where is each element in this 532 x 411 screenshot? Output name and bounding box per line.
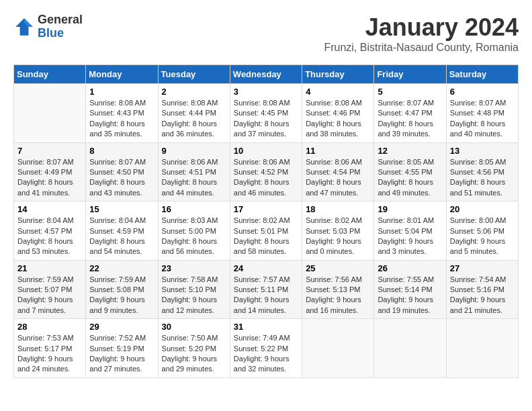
day-number: 28	[17, 322, 82, 332]
calendar-cell: 18Sunrise: 8:02 AMSunset: 5:03 PMDayligh…	[302, 201, 374, 261]
day-number: 9	[162, 146, 226, 156]
day-info: Sunrise: 8:08 AMSunset: 4:45 PMDaylight:…	[234, 98, 298, 140]
calendar-cell: 6Sunrise: 8:07 AMSunset: 4:48 PMDaylight…	[446, 84, 518, 143]
day-number: 18	[306, 204, 370, 214]
calendar-cell	[374, 319, 446, 378]
calendar-week-row: 21Sunrise: 7:59 AMSunset: 5:07 PMDayligh…	[14, 260, 519, 319]
day-info: Sunrise: 8:06 AMSunset: 4:51 PMDaylight:…	[162, 157, 226, 199]
day-number: 4	[306, 87, 370, 97]
calendar-table: SundayMondayTuesdayWednesdayThursdayFrid…	[13, 64, 519, 378]
day-info: Sunrise: 8:01 AMSunset: 5:04 PMDaylight:…	[378, 216, 442, 257]
day-number: 17	[234, 204, 298, 214]
logo-icon	[13, 16, 35, 38]
day-info: Sunrise: 8:06 AMSunset: 4:52 PMDaylight:…	[234, 157, 298, 199]
day-number: 29	[89, 322, 154, 332]
day-info: Sunrise: 7:54 AMSunset: 5:16 PMDaylight:…	[450, 275, 515, 316]
day-number: 23	[162, 263, 226, 273]
calendar-cell	[14, 84, 86, 143]
day-number: 21	[17, 263, 82, 273]
day-info: Sunrise: 8:07 AMSunset: 4:47 PMDaylight:…	[378, 98, 442, 140]
day-info: Sunrise: 7:58 AMSunset: 5:10 PMDaylight:…	[162, 275, 226, 316]
day-info: Sunrise: 8:08 AMSunset: 4:46 PMDaylight:…	[306, 98, 370, 140]
calendar-cell: 8Sunrise: 8:07 AMSunset: 4:50 PMDaylight…	[86, 142, 158, 201]
calendar-week-row: 28Sunrise: 7:53 AMSunset: 5:17 PMDayligh…	[14, 319, 519, 378]
day-number: 14	[17, 204, 82, 214]
calendar-cell: 15Sunrise: 8:04 AMSunset: 4:59 PMDayligh…	[86, 201, 158, 261]
calendar-cell: 10Sunrise: 8:06 AMSunset: 4:52 PMDayligh…	[230, 142, 302, 201]
day-info: Sunrise: 8:02 AMSunset: 5:03 PMDaylight:…	[306, 216, 370, 257]
day-number: 1	[89, 87, 154, 97]
day-info: Sunrise: 8:05 AMSunset: 4:56 PMDaylight:…	[450, 157, 515, 199]
day-info: Sunrise: 8:08 AMSunset: 4:44 PMDaylight:…	[162, 98, 226, 140]
day-number: 2	[162, 87, 226, 97]
day-number: 10	[234, 146, 298, 156]
calendar-cell: 20Sunrise: 8:00 AMSunset: 5:06 PMDayligh…	[446, 201, 518, 261]
day-number: 11	[306, 146, 370, 156]
day-number: 24	[234, 263, 298, 273]
day-info: Sunrise: 8:07 AMSunset: 4:48 PMDaylight:…	[450, 98, 515, 140]
day-number: 31	[234, 322, 298, 332]
day-info: Sunrise: 8:05 AMSunset: 4:55 PMDaylight:…	[378, 157, 442, 199]
calendar-cell: 30Sunrise: 7:50 AMSunset: 5:20 PMDayligh…	[158, 319, 230, 378]
calendar-week-row: 7Sunrise: 8:07 AMSunset: 4:49 PMDaylight…	[14, 142, 519, 201]
weekday-header-sunday: Sunday	[14, 65, 86, 84]
weekday-header-friday: Friday	[374, 65, 446, 84]
day-number: 30	[162, 322, 226, 332]
calendar-cell: 9Sunrise: 8:06 AMSunset: 4:51 PMDaylight…	[158, 142, 230, 201]
weekday-header-saturday: Saturday	[446, 65, 518, 84]
calendar-cell: 14Sunrise: 8:04 AMSunset: 4:57 PMDayligh…	[14, 201, 86, 261]
day-info: Sunrise: 7:59 AMSunset: 5:07 PMDaylight:…	[17, 275, 82, 316]
calendar-cell: 31Sunrise: 7:49 AMSunset: 5:22 PMDayligh…	[230, 319, 302, 378]
calendar-cell: 28Sunrise: 7:53 AMSunset: 5:17 PMDayligh…	[14, 319, 86, 378]
calendar-cell: 21Sunrise: 7:59 AMSunset: 5:07 PMDayligh…	[14, 260, 86, 319]
calendar-cell	[302, 319, 374, 378]
day-info: Sunrise: 8:00 AMSunset: 5:06 PMDaylight:…	[450, 216, 515, 257]
calendar-cell: 4Sunrise: 8:08 AMSunset: 4:46 PMDaylight…	[302, 84, 374, 143]
day-info: Sunrise: 8:07 AMSunset: 4:49 PMDaylight:…	[17, 157, 82, 199]
day-number: 27	[450, 263, 515, 273]
calendar-cell: 11Sunrise: 8:06 AMSunset: 4:54 PMDayligh…	[302, 142, 374, 201]
calendar-week-row: 1Sunrise: 8:08 AMSunset: 4:43 PMDaylight…	[14, 84, 519, 143]
day-info: Sunrise: 7:59 AMSunset: 5:08 PMDaylight:…	[89, 275, 154, 316]
day-info: Sunrise: 8:04 AMSunset: 4:57 PMDaylight:…	[17, 216, 82, 257]
day-info: Sunrise: 7:57 AMSunset: 5:11 PMDaylight:…	[234, 275, 298, 316]
day-number: 26	[378, 263, 442, 273]
calendar-cell: 26Sunrise: 7:55 AMSunset: 5:14 PMDayligh…	[374, 260, 446, 319]
calendar-cell: 25Sunrise: 7:56 AMSunset: 5:13 PMDayligh…	[302, 260, 374, 319]
day-number: 8	[89, 146, 154, 156]
calendar-cell: 16Sunrise: 8:03 AMSunset: 5:00 PMDayligh…	[158, 201, 230, 261]
day-info: Sunrise: 8:03 AMSunset: 5:00 PMDaylight:…	[162, 216, 226, 257]
day-info: Sunrise: 7:50 AMSunset: 5:20 PMDaylight:…	[162, 333, 226, 375]
weekday-header-thursday: Thursday	[302, 65, 374, 84]
day-number: 6	[450, 87, 515, 97]
calendar-cell	[446, 319, 518, 378]
calendar-title: January 2024	[324, 13, 519, 42]
calendar-cell: 24Sunrise: 7:57 AMSunset: 5:11 PMDayligh…	[230, 260, 302, 319]
day-info: Sunrise: 7:55 AMSunset: 5:14 PMDaylight:…	[378, 275, 442, 316]
logo-text: General Blue	[38, 13, 83, 40]
day-number: 5	[378, 87, 442, 97]
logo-blue: Blue	[38, 27, 83, 40]
day-info: Sunrise: 7:56 AMSunset: 5:13 PMDaylight:…	[306, 275, 370, 316]
day-number: 22	[89, 263, 154, 273]
page-header: General Blue January 2024 Frunzi, Bistri…	[13, 13, 519, 54]
logo-general: General	[38, 13, 83, 27]
day-number: 20	[450, 204, 515, 214]
calendar-cell: 19Sunrise: 8:01 AMSunset: 5:04 PMDayligh…	[374, 201, 446, 261]
day-number: 3	[234, 87, 298, 97]
logo: General Blue	[13, 13, 83, 40]
day-info: Sunrise: 8:06 AMSunset: 4:54 PMDaylight:…	[306, 157, 370, 199]
weekday-header-tuesday: Tuesday	[158, 65, 230, 84]
calendar-cell: 7Sunrise: 8:07 AMSunset: 4:49 PMDaylight…	[14, 142, 86, 201]
day-number: 25	[306, 263, 370, 273]
weekday-header-monday: Monday	[86, 65, 158, 84]
calendar-cell: 17Sunrise: 8:02 AMSunset: 5:01 PMDayligh…	[230, 201, 302, 261]
day-info: Sunrise: 8:07 AMSunset: 4:50 PMDaylight:…	[89, 157, 154, 199]
title-section: January 2024 Frunzi, Bistrita-Nasaud Cou…	[324, 13, 519, 54]
weekday-header-row: SundayMondayTuesdayWednesdayThursdayFrid…	[14, 65, 519, 84]
day-info: Sunrise: 7:53 AMSunset: 5:17 PMDaylight:…	[17, 333, 82, 375]
calendar-cell: 23Sunrise: 7:58 AMSunset: 5:10 PMDayligh…	[158, 260, 230, 319]
day-info: Sunrise: 7:52 AMSunset: 5:19 PMDaylight:…	[89, 333, 154, 375]
calendar-cell: 2Sunrise: 8:08 AMSunset: 4:44 PMDaylight…	[158, 84, 230, 143]
day-number: 7	[17, 146, 82, 156]
